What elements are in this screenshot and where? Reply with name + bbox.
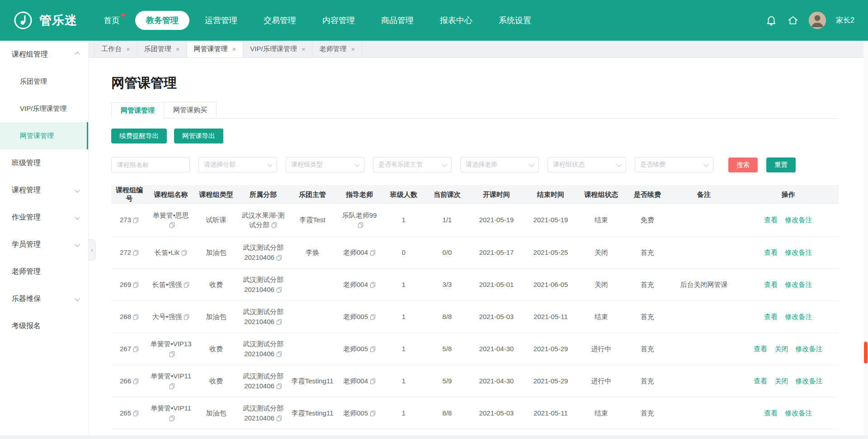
sidebar-item-online-course-management[interactable]: 网管课管理 <box>0 122 88 149</box>
close-icon[interactable]: × <box>176 46 180 52</box>
export-online-course-button[interactable]: 网管课导出 <box>174 129 223 143</box>
copy-icon[interactable] <box>276 286 282 291</box>
action-edit-remark[interactable]: 修改备注 <box>785 281 812 288</box>
nav-report-center[interactable]: 报表中心 <box>429 11 483 30</box>
tab-teacher-management[interactable]: 老师管理× <box>312 41 362 57</box>
copy-icon[interactable] <box>133 409 139 415</box>
copy-icon[interactable] <box>133 313 139 319</box>
copy-icon[interactable] <box>370 248 376 254</box>
subtab-online-course-management[interactable]: 网管课管理 <box>111 102 164 119</box>
copy-icon[interactable] <box>370 377 376 383</box>
copy-icon[interactable] <box>276 253 282 259</box>
notification-bell-icon[interactable] <box>765 14 777 26</box>
select-placeholder: 是否有乐团主管 <box>378 161 423 169</box>
select-course-group-status[interactable]: 课程组状态 <box>547 157 626 172</box>
action-view[interactable]: 查看 <box>764 248 778 256</box>
action-close[interactable]: 关闭 <box>775 345 788 353</box>
tab-workbench[interactable]: 工作台× <box>94 41 137 57</box>
select-branch[interactable]: 请选择分部 <box>198 157 277 172</box>
action-edit-remark[interactable]: 修改备注 <box>785 248 812 256</box>
action-edit-remark[interactable]: 修改备注 <box>796 345 823 353</box>
close-icon[interactable]: × <box>126 46 130 52</box>
sidebar-item-band-management[interactable]: 乐团管理 <box>0 68 88 95</box>
copy-icon[interactable] <box>169 221 175 227</box>
close-icon[interactable]: × <box>302 46 306 52</box>
copy-icon[interactable] <box>370 281 376 286</box>
nav-content-management[interactable]: 内容管理 <box>311 11 366 30</box>
user-name[interactable]: 家长2 <box>836 16 854 25</box>
copy-icon[interactable] <box>276 382 282 388</box>
nav-operations-management[interactable]: 运营管理 <box>194 11 248 30</box>
sidebar-item-vip-theory-course[interactable]: VIP/乐理课管理 <box>0 95 88 122</box>
vertical-scrollbar-thumb[interactable] <box>864 342 868 363</box>
action-view[interactable]: 查看 <box>754 345 768 353</box>
copy-icon[interactable] <box>133 216 139 222</box>
sidebar-item-course-group-management[interactable]: 课程组管理 <box>0 41 88 68</box>
home-icon[interactable] <box>787 14 799 26</box>
action-view[interactable]: 查看 <box>764 216 778 224</box>
sidebar-collapse-handle[interactable]: ‹ <box>89 239 96 261</box>
copy-icon[interactable] <box>184 281 189 286</box>
copy-icon[interactable] <box>370 409 376 415</box>
action-edit-remark[interactable]: 修改备注 <box>796 377 823 385</box>
copy-icon[interactable] <box>370 313 376 319</box>
copy-icon[interactable] <box>276 350 282 356</box>
horizontal-scrollbar-track[interactable] <box>0 435 868 439</box>
sidebar-item-student-management[interactable]: 学员管理 <box>0 231 88 258</box>
copy-icon[interactable] <box>169 414 175 420</box>
tab-band-management[interactable]: 乐团管理× <box>137 41 187 57</box>
subtab-online-course-purchase[interactable]: 网管课购买 <box>164 102 217 118</box>
copy-icon[interactable] <box>169 382 175 388</box>
user-avatar[interactable] <box>809 12 826 29</box>
tab-vip-theory-management[interactable]: VIP/乐理课管理× <box>243 41 312 57</box>
copy-icon[interactable] <box>358 221 363 227</box>
select-has-band-manager[interactable]: 是否有乐团主管 <box>373 157 452 172</box>
action-view[interactable]: 查看 <box>764 281 778 288</box>
copy-icon[interactable] <box>271 221 277 227</box>
action-edit-remark[interactable]: 修改备注 <box>785 313 812 320</box>
select-teacher[interactable]: 请选择老师 <box>460 157 539 172</box>
nav-goods-management[interactable]: 商品管理 <box>370 11 425 30</box>
brand[interactable]: 管乐迷 <box>0 10 77 31</box>
copy-icon[interactable] <box>181 248 187 254</box>
action-view[interactable]: 查看 <box>764 313 778 320</box>
close-icon[interactable]: × <box>232 46 236 52</box>
sidebar-item-course-management[interactable]: 课程管理 <box>0 177 88 204</box>
copy-icon[interactable] <box>370 345 376 351</box>
reset-button[interactable]: 重置 <box>766 157 796 172</box>
sidebar-item-instrument-maintenance[interactable]: 乐器维保 <box>0 285 88 312</box>
select-course-group-type[interactable]: 课程组类型 <box>286 157 364 172</box>
tab-online-course-management[interactable]: 网管课管理× <box>187 41 243 57</box>
copy-icon[interactable] <box>184 313 189 319</box>
sidebar-item-class-management[interactable]: 班级管理 <box>0 149 88 177</box>
course-group-name-input[interactable] <box>111 157 190 172</box>
copy-icon[interactable] <box>133 248 139 254</box>
nav-trade-management[interactable]: 交易管理 <box>253 11 307 30</box>
sidebar-item-teacher-management[interactable]: 老师管理 <box>0 258 88 285</box>
action-edit-remark[interactable]: 修改备注 <box>785 409 812 417</box>
action-view[interactable]: 查看 <box>754 377 768 385</box>
copy-icon[interactable] <box>133 377 139 383</box>
nav-academic-management[interactable]: 教务管理 <box>135 11 189 30</box>
nav-system-settings[interactable]: 系统设置 <box>488 11 542 30</box>
sidebar-item-exam-registration[interactable]: 考级报名 <box>0 312 88 339</box>
action-close[interactable]: 关闭 <box>775 377 788 385</box>
copy-icon[interactable] <box>276 318 282 324</box>
tab-label: 网管课管理 <box>194 45 228 53</box>
copy-icon[interactable] <box>169 350 175 356</box>
sidebar-item-homework-management[interactable]: 作业管理 <box>0 204 88 231</box>
export-renew-reminder-button[interactable]: 续费提醒导出 <box>111 129 167 143</box>
action-edit-remark[interactable]: 修改备注 <box>785 216 812 224</box>
cell-group-status: 结束 <box>578 301 625 333</box>
search-button[interactable]: 搜索 <box>728 157 758 172</box>
vertical-scrollbar-track[interactable] <box>863 41 868 435</box>
copy-icon[interactable] <box>133 345 139 351</box>
action-view[interactable]: 查看 <box>764 409 778 417</box>
select-renew-status[interactable]: 是否续费 <box>635 157 713 172</box>
sidebar-item-label: 乐器维保 <box>12 294 41 304</box>
chevron-down-icon <box>442 162 447 167</box>
copy-icon[interactable] <box>133 281 139 286</box>
close-icon[interactable]: × <box>351 46 355 52</box>
copy-icon[interactable] <box>276 414 282 420</box>
nav-dashboard[interactable]: 首页 <box>93 11 131 30</box>
